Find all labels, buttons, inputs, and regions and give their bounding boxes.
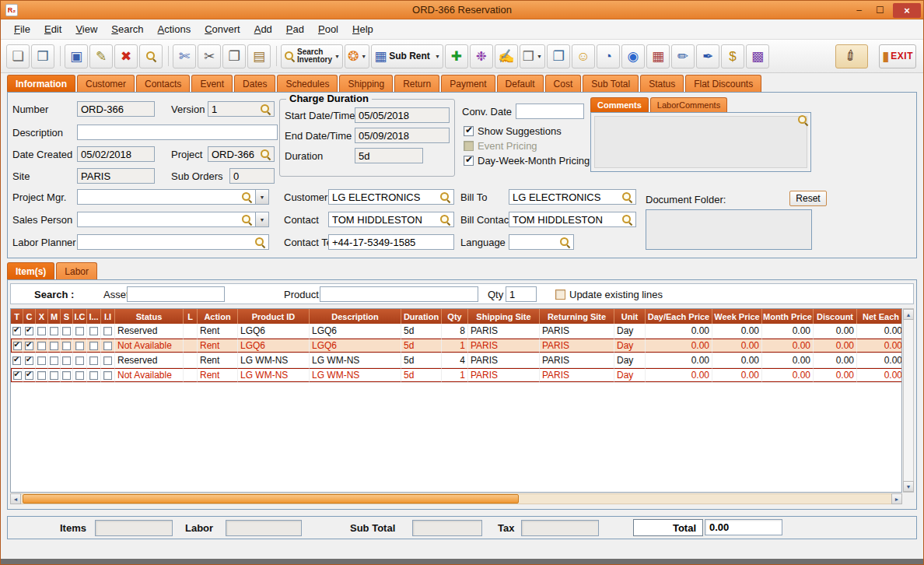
- column-header[interactable]: Month Price: [762, 309, 814, 324]
- pool-button[interactable]: ❉: [470, 44, 493, 68]
- row-checkbox[interactable]: [37, 356, 46, 365]
- column-header[interactable]: I...: [87, 309, 101, 324]
- menu-help[interactable]: Help: [345, 21, 380, 37]
- number-field[interactable]: ORD-366: [77, 101, 155, 117]
- asset-search-input[interactable]: [127, 286, 225, 302]
- project-lookup-icon[interactable]: [260, 149, 271, 160]
- row-checkbox[interactable]: [62, 356, 71, 365]
- show-suggestions-checkbox[interactable]: [464, 126, 474, 136]
- project-mgr-dropdown-button[interactable]: ▼: [256, 189, 269, 205]
- menu-pad[interactable]: Pad: [279, 21, 311, 37]
- scroll-up-button[interactable]: ▲: [903, 309, 914, 320]
- edit-pencil-button[interactable]: ✎: [89, 44, 113, 68]
- comments-text-area[interactable]: [594, 116, 807, 168]
- tab-flat-discounts[interactable]: Flat Discounts: [685, 75, 761, 92]
- horizontal-scrollbar[interactable]: ◄ ►: [10, 493, 902, 504]
- product-search-input[interactable]: [320, 286, 478, 302]
- customer-lookup-icon[interactable]: [439, 191, 450, 202]
- row-checkbox[interactable]: [13, 342, 22, 350]
- tab-dates[interactable]: Dates: [234, 75, 275, 92]
- new-document-button[interactable]: ❏: [6, 44, 30, 68]
- scroll-left-button[interactable]: ◄: [10, 493, 21, 504]
- project-mgr-field[interactable]: [77, 189, 256, 205]
- column-header[interactable]: Product ID: [238, 309, 310, 324]
- column-header[interactable]: Day/Each Price: [646, 309, 712, 324]
- project-field[interactable]: ORD-366: [208, 146, 275, 162]
- document-folder-box[interactable]: [646, 209, 812, 250]
- project-mgr-lookup-icon[interactable]: [241, 191, 252, 202]
- row-checkbox[interactable]: [103, 371, 112, 380]
- print-report-button[interactable]: ❐: [547, 44, 570, 68]
- sub-orders-field[interactable]: 0: [229, 168, 275, 184]
- close-button[interactable]: ×: [893, 3, 921, 18]
- pages-button[interactable]: ❒▼: [520, 44, 545, 68]
- comments-zoom-icon[interactable]: [797, 114, 808, 125]
- date-created-field[interactable]: 05/02/2018: [77, 146, 155, 162]
- tab-contacts[interactable]: Contacts: [136, 75, 190, 92]
- tab-customer[interactable]: Customer: [77, 75, 135, 92]
- notes-button[interactable]: ✍: [495, 44, 518, 68]
- column-header[interactable]: T: [11, 309, 23, 324]
- qty-input[interactable]: 1: [506, 286, 537, 302]
- tab-shipping[interactable]: Shipping: [339, 75, 393, 92]
- row-checkbox[interactable]: [25, 371, 33, 380]
- sub-rent-button[interactable]: ▦Sub Rent▼: [371, 44, 443, 68]
- row-checkbox[interactable]: [25, 356, 33, 365]
- tab-default[interactable]: Default: [497, 75, 544, 92]
- row-checkbox[interactable]: [37, 371, 46, 380]
- column-header[interactable]: Qty: [442, 309, 468, 324]
- add-line-button[interactable]: ✚: [445, 44, 468, 68]
- start-date-field[interactable]: 05/05/2018: [355, 107, 450, 123]
- comments-tab-laborcomments[interactable]: LaborComments: [650, 97, 727, 112]
- tab-payment[interactable]: Payment: [441, 75, 495, 92]
- row-checkbox[interactable]: [75, 371, 84, 380]
- sales-person-lookup-icon[interactable]: [241, 214, 252, 225]
- row-checkbox[interactable]: [75, 327, 84, 335]
- row-checkbox[interactable]: [103, 356, 112, 365]
- print-button[interactable]: ❒: [31, 44, 54, 68]
- row-checkbox[interactable]: [75, 356, 84, 365]
- convert-document-button[interactable]: ✄: [173, 44, 196, 68]
- sign-button[interactable]: ✒: [696, 44, 719, 68]
- menu-view[interactable]: View: [68, 21, 104, 37]
- end-date-field[interactable]: 05/09/2018: [355, 128, 450, 143]
- menu-convert[interactable]: Convert: [198, 21, 247, 37]
- tab-cost[interactable]: Cost: [545, 75, 582, 92]
- site-field[interactable]: PARIS: [77, 168, 155, 184]
- bill-to-field[interactable]: LG ELECTRONICS: [509, 189, 636, 205]
- horizontal-scroll-thumb[interactable]: [23, 494, 519, 504]
- sales-person-field[interactable]: [77, 212, 256, 227]
- menu-pool[interactable]: Pool: [311, 21, 345, 37]
- column-header[interactable]: Returning Site: [540, 309, 614, 324]
- filter-button[interactable]: ❂▼: [345, 44, 369, 68]
- column-header[interactable]: I.I: [101, 309, 115, 324]
- tab-information[interactable]: Information: [7, 75, 75, 92]
- comments-textarea[interactable]: [590, 112, 811, 172]
- menu-add[interactable]: Add: [247, 21, 279, 37]
- bill-contact-lookup-icon[interactable]: [621, 214, 632, 225]
- conv-date-field[interactable]: [516, 104, 584, 119]
- table-row[interactable]: ReservedRentLG WM-NSLG WM-NS5d4PARISPARI…: [11, 353, 901, 368]
- delete-button[interactable]: ✖: [114, 44, 138, 68]
- row-checkbox[interactable]: [89, 342, 98, 350]
- row-checkbox[interactable]: [50, 356, 58, 365]
- items-tab-labor[interactable]: Labor: [56, 262, 97, 279]
- labor-planner-field[interactable]: [77, 234, 269, 250]
- row-checkbox[interactable]: [50, 327, 58, 335]
- column-header[interactable]: Status: [115, 309, 184, 324]
- table-row[interactable]: ReservedRentLGQ6LGQ65d8PARISPARISDay0.00…: [11, 324, 901, 339]
- menu-edit[interactable]: Edit: [37, 21, 68, 37]
- maximize-button[interactable]: ☐: [870, 3, 891, 18]
- scroll-right-button[interactable]: ►: [891, 493, 902, 504]
- version-field[interactable]: 1: [208, 101, 275, 117]
- column-header[interactable]: Net Each: [857, 309, 902, 324]
- description-field[interactable]: [77, 125, 278, 140]
- menu-actions[interactable]: Actions: [151, 21, 198, 37]
- row-checkbox[interactable]: [25, 327, 33, 335]
- find-button[interactable]: [139, 44, 163, 68]
- clock-button[interactable]: ◔: [597, 44, 620, 68]
- row-checkbox[interactable]: [62, 342, 71, 350]
- bill-contact-field[interactable]: TOM HIDDLESTON: [509, 212, 636, 227]
- language-field[interactable]: [509, 234, 574, 250]
- row-checkbox[interactable]: [103, 342, 112, 350]
